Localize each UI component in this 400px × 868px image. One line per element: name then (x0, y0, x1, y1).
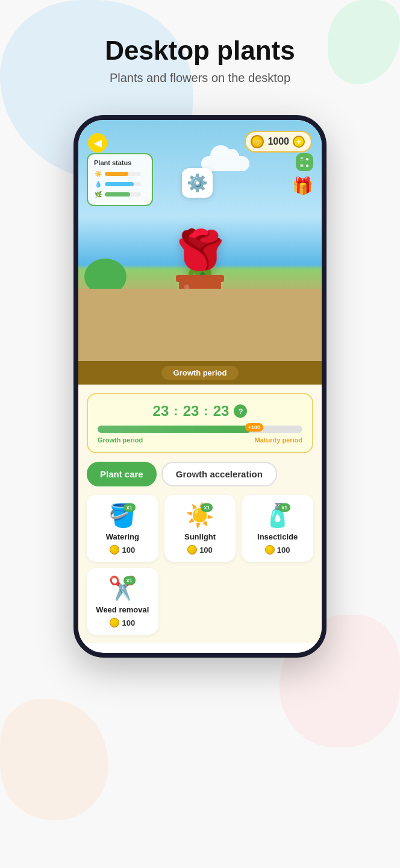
sun-bubble-icon: ⚙️ (187, 173, 208, 193)
progress-labels: Growth period Maturity period (98, 436, 302, 444)
status-row-leaf: 🌿 (94, 190, 146, 198)
header: Desktop plants Plants and flowers on the… (0, 0, 400, 97)
plant-status-box: Plant status ☀️ 💧 🌿 (87, 153, 153, 206)
sunlight-coin-icon (187, 545, 197, 555)
care-item-watering-icon-wrap: 🪣 x1 (108, 502, 137, 529)
status-sun-icon: ☀️ (94, 169, 102, 178)
status-bar-sun-fill (105, 172, 128, 176)
timer-colon-1: : (173, 403, 178, 419)
timer-display: 23 : 23 : 23 ? (98, 403, 302, 420)
insecticide-count: x1 (278, 503, 290, 512)
growth-period-label: Growth period (161, 366, 239, 380)
weed-coin-icon (110, 618, 119, 627)
care-item-sunlight-icon-wrap: ☀️ x1 (186, 502, 214, 529)
progress-fill: +100 (98, 426, 251, 433)
timer-colon-2: : (204, 403, 208, 419)
timer-minutes: 23 (183, 403, 199, 420)
watering-coin-icon (110, 545, 119, 555)
status-bar-water-fill (105, 182, 134, 186)
insecticide-cost-value: 100 (277, 546, 290, 555)
status-bar-leaf-fill (105, 192, 130, 197)
ground-area (78, 289, 322, 361)
sun-bubble: ⚙️ (182, 168, 213, 198)
progress-bar-wrap: +100 (98, 426, 302, 433)
maturity-period-label: Maturity period (255, 436, 302, 444)
progress-bonus: +100 (245, 423, 263, 432)
app-subtitle: Plants and flowers on the desktop (0, 71, 400, 85)
app-title: Desktop plants (0, 36, 400, 65)
growth-banner: Growth period (78, 361, 322, 385)
bottom-panel: 23 : 23 : 23 ? +100 Growth period Maturi… (78, 385, 322, 643)
timer-section: 23 : 23 : 23 ? +100 Growth period Maturi… (87, 393, 313, 453)
game-area: ◀ 🪙 1000 + Plant status ☀️ 💧 (78, 120, 322, 361)
phone-frame: ◀ 🪙 1000 + Plant status ☀️ 💧 (73, 115, 327, 658)
coins-plus-button[interactable]: + (293, 136, 305, 148)
gift-icon[interactable]: 🎁 (292, 176, 313, 196)
watering-cost: 100 (110, 545, 135, 555)
weed-removal-cost: 100 (110, 618, 135, 627)
growth-period-label-bottom: Growth period (98, 436, 143, 444)
sunlight-name: Sunlight (184, 532, 216, 541)
coin-icon: 🪙 (251, 135, 264, 148)
status-bar-sun-bg (105, 172, 141, 176)
tab-growth-acceleration[interactable]: Growth acceleration (161, 462, 277, 486)
care-item-weed-icon-wrap: ✂️ x1 (108, 575, 137, 602)
status-bar-leaf-bg (105, 192, 141, 197)
sunlight-count: x1 (201, 503, 213, 512)
tabs-row: Plant care Growth acceleration (87, 462, 313, 486)
watering-count: x1 (123, 503, 136, 512)
tab-plant-care[interactable]: Plant care (87, 462, 157, 486)
watering-cost-value: 100 (122, 546, 135, 555)
back-button[interactable]: ◀ (88, 133, 107, 153)
background-blob-peach (0, 699, 108, 820)
care-item-weed-removal[interactable]: ✂️ x1 Weed removal 100 (87, 568, 158, 635)
status-bar-water-bg (105, 182, 141, 186)
insecticide-coin-icon (265, 545, 275, 555)
weed-removal-name: Weed removal (96, 605, 149, 614)
top-right-icons: ≡ ●≡ ● 🎁 (292, 153, 313, 196)
timer-hours: 23 (153, 403, 169, 420)
care-single-row: ✂️ x1 Weed removal 100 (87, 568, 313, 635)
timer-seconds: 23 (213, 403, 230, 420)
care-item-watering[interactable]: 🪣 x1 Watering 100 (87, 495, 158, 562)
status-row-water: 💧 (94, 180, 146, 188)
status-row-sun: ☀️ (94, 169, 146, 178)
sunlight-cost: 100 (187, 545, 213, 555)
phone-wrapper: ◀ 🪙 1000 + Plant status ☀️ 💧 (0, 115, 400, 682)
menu-badge[interactable]: ≡ ●≡ ● (296, 153, 313, 171)
care-item-insecticide-icon-wrap: 🧴 x1 (263, 502, 292, 529)
care-grid: 🪣 x1 Watering 100 ☀️ x1 Sunlight (87, 495, 313, 562)
coins-amount: 1000 (267, 136, 289, 147)
coins-display: 🪙 1000 + (245, 131, 312, 153)
insecticide-cost: 100 (265, 545, 290, 555)
plant-status-title: Plant status (94, 159, 146, 166)
weed-count: x1 (123, 576, 136, 585)
status-water-icon: 💧 (94, 180, 102, 188)
watering-name: Watering (106, 532, 139, 541)
timer-help-button[interactable]: ? (234, 404, 247, 418)
sunlight-cost-value: 100 (199, 546, 213, 555)
care-item-sunlight[interactable]: ☀️ x1 Sunlight 100 (164, 495, 236, 562)
status-leaf-icon: 🌿 (94, 190, 102, 198)
care-item-insecticide[interactable]: 🧴 x1 Insecticide 100 (242, 495, 313, 562)
insecticide-name: Insecticide (257, 532, 298, 541)
menu-icon: ≡ ●≡ ● (300, 156, 309, 169)
weed-cost-value: 100 (122, 618, 135, 627)
